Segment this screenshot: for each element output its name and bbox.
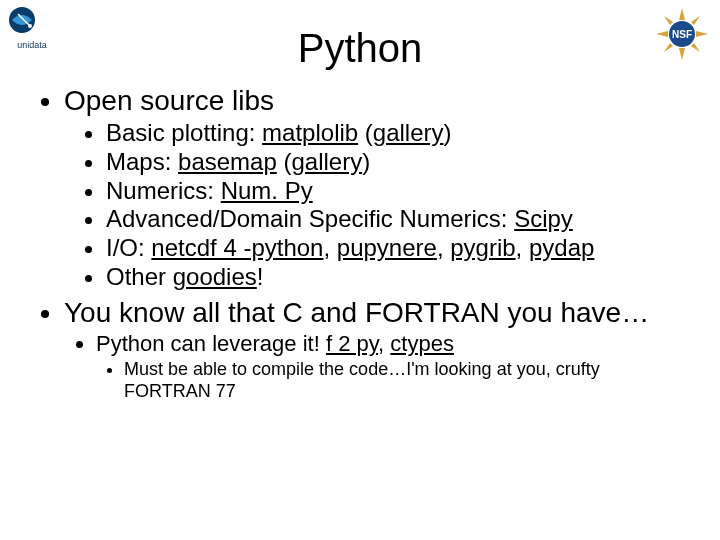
bullet-compile: Must be able to compile the code…I'm loo… — [124, 359, 684, 402]
svg-marker-4 — [679, 8, 685, 20]
svg-marker-6 — [656, 31, 668, 37]
svg-text:NSF: NSF — [672, 29, 692, 40]
link-basemap-gallery[interactable]: gallery — [291, 148, 362, 175]
bullet-plotting: Basic plotting: matplolib (gallery) — [106, 119, 684, 148]
svg-point-2 — [28, 24, 32, 28]
bullet-scipy: Advanced/Domain Specific Numerics: Scipy — [106, 205, 684, 234]
bullet-maps: Maps: basemap (gallery) — [106, 148, 684, 177]
link-goodies[interactable]: goodies — [173, 263, 257, 290]
bullet-fortran: You know all that C and FORTRAN you have… — [64, 296, 684, 403]
link-scipy[interactable]: Scipy — [514, 205, 573, 232]
bullet-leverage: Python can leverage it! f 2 py, ctypes M… — [96, 331, 684, 403]
nsf-logo: NSF — [654, 6, 710, 62]
bullet-open-source: Open source libs Basic plotting: matplol… — [64, 84, 684, 292]
slide-title: Python — [0, 0, 720, 71]
svg-marker-7 — [696, 31, 708, 37]
bullet-other: Other goodies! — [106, 263, 684, 292]
link-pupynere[interactable]: pupynere — [337, 234, 437, 261]
svg-marker-9 — [691, 43, 700, 52]
link-numpy[interactable]: Num. Py — [221, 177, 313, 204]
svg-text:unidata: unidata — [17, 40, 47, 50]
svg-marker-5 — [679, 48, 685, 60]
unidata-logo: unidata — [6, 6, 58, 50]
bullet-numerics: Numerics: Num. Py — [106, 177, 684, 206]
link-f2py[interactable]: f 2 py — [326, 331, 378, 356]
link-matplotlib-gallery[interactable]: gallery — [373, 119, 444, 146]
svg-marker-11 — [691, 16, 700, 25]
link-basemap[interactable]: basemap — [178, 148, 277, 175]
svg-marker-10 — [664, 43, 673, 52]
link-ctypes[interactable]: ctypes — [390, 331, 454, 356]
slide-body: Open source libs Basic plotting: matplol… — [36, 84, 684, 402]
svg-marker-8 — [664, 16, 673, 25]
link-netcdf4[interactable]: netcdf 4 -python — [151, 234, 323, 261]
link-pydap[interactable]: pydap — [529, 234, 594, 261]
bullet-io: I/O: netcdf 4 -python, pupynere, pygrib,… — [106, 234, 684, 263]
link-matplotlib[interactable]: matplolib — [262, 119, 358, 146]
link-pygrib[interactable]: pygrib — [450, 234, 515, 261]
